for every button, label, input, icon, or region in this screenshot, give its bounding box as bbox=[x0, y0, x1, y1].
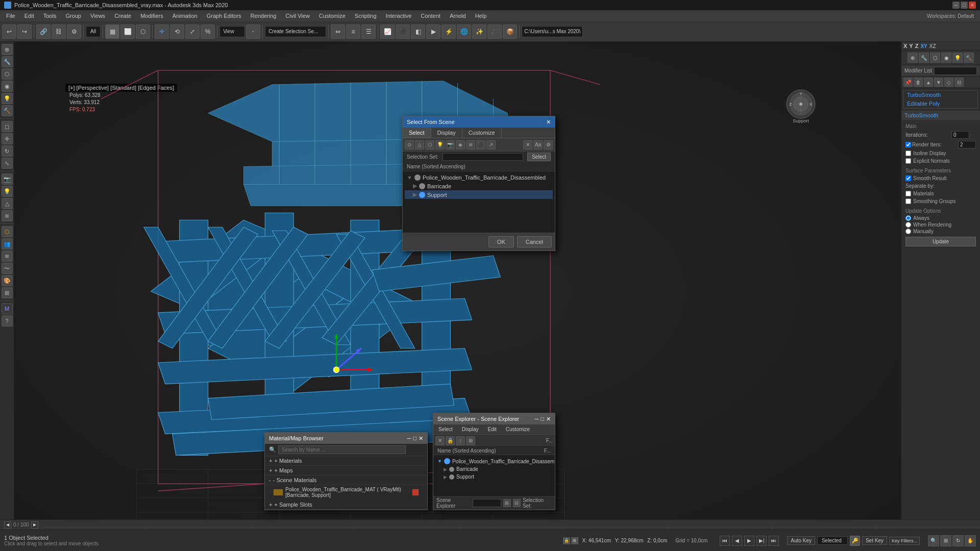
ts-update-btn[interactable]: Update bbox=[905, 237, 976, 246]
layer-btn[interactable]: ☰ bbox=[361, 24, 376, 39]
sfs-case-btn[interactable]: Aa bbox=[533, 140, 543, 149]
sfs-clear-btn[interactable]: ✕ bbox=[523, 140, 532, 149]
zoom-btn[interactable]: 🔍 bbox=[928, 535, 939, 546]
viewport[interactable]: Total Polys: 63.328 Verts: 33.912 FPS: 0… bbox=[14, 42, 901, 541]
sfs-root-item[interactable]: ▼ Police_Wooden_Traffic_Barricade_Disass… bbox=[405, 173, 553, 182]
effects-btn[interactable]: ✨ bbox=[472, 24, 486, 39]
modify-tool[interactable]: 🔧 bbox=[2, 56, 13, 67]
mb-title-bar[interactable]: Material/Map Browser ─ □ ✕ bbox=[265, 433, 427, 444]
create-icon[interactable]: ⊕ bbox=[908, 53, 918, 63]
turbosmooth-modifier[interactable]: TurboSmooth bbox=[904, 91, 977, 99]
play-forward-btn[interactable]: ⏭ bbox=[769, 536, 779, 546]
sfs-tab-customize[interactable]: Customize bbox=[462, 128, 502, 138]
render-btn[interactable]: ▶ bbox=[426, 24, 440, 39]
menu-file[interactable]: File bbox=[2, 12, 19, 20]
helpers-tool[interactable]: △ bbox=[2, 198, 13, 209]
scale-btn[interactable]: ⤢ bbox=[185, 24, 200, 39]
menu-modifiers[interactable]: Modifiers bbox=[136, 12, 167, 20]
bind-btn[interactable]: ⚙ bbox=[67, 24, 81, 39]
delete-mod-icon[interactable]: 🗑 bbox=[914, 78, 923, 87]
motion-tool[interactable]: ◉ bbox=[2, 81, 13, 92]
move-down-icon[interactable]: ▼ bbox=[934, 78, 943, 87]
sfs-close-icon[interactable]: ✕ bbox=[546, 119, 551, 126]
maxscript-btn[interactable]: M bbox=[2, 303, 13, 314]
editable-poly-modifier[interactable]: Editable Poly bbox=[904, 99, 977, 108]
sfs-geometry-btn[interactable]: △ bbox=[415, 140, 424, 149]
sfs-filter-btn[interactable]: ⊙ bbox=[405, 140, 414, 149]
render3-btn[interactable]: 🎥 bbox=[487, 24, 502, 39]
sfs-cancel-btn[interactable]: Cancel bbox=[517, 236, 552, 247]
key-filters-btn[interactable]: Key Filters... bbox=[889, 537, 920, 545]
snap-btn[interactable]: ⋅ bbox=[246, 24, 260, 39]
select-mode-dropdown[interactable]: All bbox=[86, 26, 101, 37]
link-btn[interactable]: 🔗 bbox=[36, 24, 51, 39]
se-tab-select[interactable]: Select bbox=[434, 425, 457, 433]
rotate-tool[interactable]: ↻ bbox=[2, 145, 13, 157]
mb-materials-section[interactable]: + + Materials bbox=[265, 456, 427, 466]
help-btn[interactable]: ? bbox=[2, 315, 13, 327]
ts-isoline-check[interactable] bbox=[905, 151, 911, 156]
select-lasso-btn[interactable]: ⬡ bbox=[136, 24, 150, 39]
snap3d-tool[interactable]: ⊞ bbox=[2, 287, 13, 298]
se-sort-btn[interactable]: ↕ bbox=[456, 436, 465, 445]
se-list[interactable]: ▼ Police_Wooden_Traffic_Barricade_Disass… bbox=[433, 455, 555, 496]
se-tab-customize[interactable]: Customize bbox=[502, 425, 534, 433]
space-warps-tool[interactable]: ≋ bbox=[2, 210, 13, 221]
se-lock-btn[interactable]: 🔒 bbox=[446, 436, 455, 445]
ts-manually-radio[interactable] bbox=[905, 229, 911, 234]
menu-scripting[interactable]: Scripting bbox=[351, 12, 381, 20]
modify-icon[interactable]: 🔧 bbox=[919, 53, 929, 63]
percent-btn[interactable]: % bbox=[201, 24, 215, 39]
menu-graph-editors[interactable]: Graph Editors bbox=[203, 12, 246, 20]
hierarchy-icon[interactable]: ⬡ bbox=[930, 53, 940, 63]
mb-sample-slots-section[interactable]: + + Sample Slots bbox=[265, 500, 427, 510]
reactor-tool[interactable]: ⬡ bbox=[2, 226, 13, 237]
se-tab-edit[interactable]: Edit bbox=[484, 425, 501, 433]
se-title-bar[interactable]: Scene Explorer - Scene Explorer ─ □ ✕ bbox=[433, 413, 555, 424]
modifier-dropdown[interactable] bbox=[934, 67, 977, 75]
move-up-icon[interactable]: ▲ bbox=[924, 78, 933, 87]
sfs-tab-display[interactable]: Display bbox=[431, 128, 462, 138]
ts-materials-check[interactable] bbox=[905, 191, 911, 196]
se-layer-dropdown[interactable] bbox=[473, 499, 501, 507]
grid-icon[interactable]: ⊞ bbox=[571, 537, 578, 544]
sfs-options-btn[interactable]: ⚙ bbox=[544, 140, 553, 149]
mb-close-icon[interactable]: ✕ bbox=[419, 435, 423, 442]
se-barricade-item[interactable]: ▶ Barricade bbox=[435, 465, 553, 473]
batch-btn[interactable]: 📦 bbox=[503, 24, 517, 39]
mirror-btn[interactable]: ⇔ bbox=[331, 24, 345, 39]
turbosmoother-header[interactable]: TurboSmooth bbox=[901, 111, 980, 120]
select-btn[interactable]: ▦ bbox=[105, 24, 119, 39]
undo-btn[interactable]: ↩ bbox=[2, 24, 16, 39]
menu-customize[interactable]: Customize bbox=[315, 12, 350, 20]
scale-tool[interactable]: ⤡ bbox=[2, 158, 13, 169]
utilities-icon[interactable]: 🔨 bbox=[964, 53, 974, 63]
curve-btn[interactable]: 📈 bbox=[380, 24, 395, 39]
env-btn[interactable]: 🌐 bbox=[457, 24, 471, 39]
se-icon2[interactable]: ⊟ bbox=[513, 499, 521, 507]
sfs-groups-btn[interactable]: ⬛ bbox=[476, 140, 485, 149]
minimize-btn[interactable]: ─ bbox=[952, 2, 960, 9]
play-btn[interactable]: ▶ bbox=[744, 536, 754, 546]
collapse-icon[interactable]: ⊟ bbox=[954, 78, 964, 87]
key-icon-btn[interactable]: 🔑 bbox=[850, 536, 860, 546]
se-close-icon[interactable]: ✕ bbox=[546, 416, 551, 422]
menu-animation[interactable]: Animation bbox=[168, 12, 202, 20]
next-frame-btn[interactable]: ▶| bbox=[756, 536, 767, 546]
timeline-forward-btn[interactable]: ▶ bbox=[31, 521, 38, 529]
timeline-back-btn[interactable]: ◀ bbox=[4, 521, 11, 529]
menu-create[interactable]: Create bbox=[110, 12, 135, 20]
display-tool[interactable]: 💡 bbox=[2, 93, 13, 104]
cloth-tool[interactable]: ≋ bbox=[2, 251, 13, 262]
crowd-tool[interactable]: 👥 bbox=[2, 238, 13, 249]
mb-minimize-icon[interactable]: ─ bbox=[407, 435, 411, 442]
sfs-list[interactable]: ▼ Police_Wooden_Traffic_Barricade_Disass… bbox=[403, 171, 555, 233]
unlink-btn[interactable]: ⛓ bbox=[52, 24, 66, 39]
menu-arnold[interactable]: Arnold bbox=[446, 12, 470, 20]
align-btn[interactable]: ≡ bbox=[346, 24, 360, 39]
menu-rendering[interactable]: Rendering bbox=[247, 12, 281, 20]
camera-tool[interactable]: 📷 bbox=[2, 173, 13, 185]
select-region-btn[interactable]: ⬜ bbox=[120, 24, 135, 39]
light-tool[interactable]: 💡 bbox=[2, 186, 13, 197]
menu-group[interactable]: Group bbox=[61, 12, 85, 20]
